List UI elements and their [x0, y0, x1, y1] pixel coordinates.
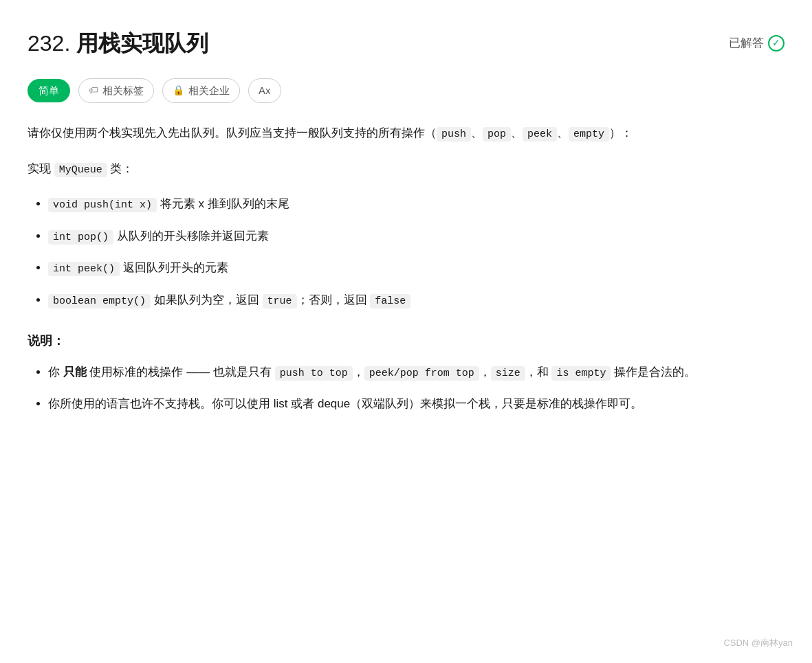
description-paragraph: 请你仅使用两个栈实现先入先出队列。队列应当支持一般队列支持的所有操作（push、…: [28, 122, 784, 144]
related-tags-button[interactable]: 🏷 相关标签: [78, 78, 154, 103]
pop-code: pop: [483, 127, 511, 142]
push-code: push: [437, 127, 471, 142]
watermark: CSDN @南林yan: [723, 636, 793, 651]
method-peek-desc: 返回队列开头的元素: [123, 261, 228, 274]
tag-icon: 🏷: [89, 82, 98, 99]
list-item: int peek() 返回队列开头的元素: [48, 257, 784, 280]
code-push-to-top: push to top: [275, 366, 353, 381]
note-list: 你 只能 使用标准的栈操作 —— 也就是只有 push to top，peek/…: [28, 361, 784, 416]
note-bold: 只能: [63, 366, 87, 379]
solved-label: 已解答: [729, 34, 764, 54]
related-company-button[interactable]: 🔒 相关企业: [162, 78, 240, 103]
code-is-empty: is empty: [551, 366, 611, 381]
methods-list: void push(int x) 将元素 x 推到队列的末尾 int pop()…: [28, 193, 784, 311]
code-size: size: [491, 366, 525, 381]
code-true: true: [263, 294, 297, 308]
problem-number: 232.: [28, 31, 70, 56]
sep2: 、: [511, 126, 523, 139]
sep1: 、: [471, 126, 483, 139]
line1-end: ）：: [609, 126, 633, 139]
related-company-label: 相关企业: [188, 82, 230, 100]
code-false: false: [370, 294, 410, 308]
note-suffix: ，和: [525, 366, 552, 379]
solved-badge: 已解答 ✓: [729, 34, 784, 54]
method-empty-desc-before: 如果队列为空，返回: [154, 293, 263, 306]
note-bullet2: 你所使用的语言也许不支持栈。你可以使用 list 或者 deque（双端队列）来…: [48, 397, 642, 410]
list-item: int pop() 从队列的开头移除并返回元素: [48, 225, 784, 248]
sep3: 、: [557, 126, 569, 139]
method-empty-mid: ；否则，返回: [297, 293, 371, 306]
peek-code: peek: [523, 127, 557, 142]
lock-icon: 🔒: [173, 82, 184, 99]
note-end: 操作是合法的。: [611, 366, 696, 379]
note-prefix: 你: [48, 366, 63, 379]
method-push-code: void push(int x): [48, 198, 157, 212]
list-item: 你所使用的语言也许不支持栈。你可以使用 list 或者 deque（双端队列）来…: [48, 393, 784, 415]
method-pop-code: int pop(): [48, 230, 113, 245]
problem-title: 用栈实现队列: [76, 31, 208, 56]
tags-row: 简单 🏷 相关标签 🔒 相关企业 Ax: [28, 78, 784, 103]
note-title: 说明：: [28, 330, 784, 352]
font-button[interactable]: Ax: [248, 78, 281, 103]
header: 232. 用栈实现队列 已解答 ✓: [28, 25, 784, 62]
comma2: ，: [479, 366, 491, 379]
list-item: boolean empty() 如果队列为空，返回 true；否则，返回 fal…: [48, 289, 784, 312]
myqueue-code: MyQueue: [54, 163, 107, 177]
list-item: 你 只能 使用标准的栈操作 —— 也就是只有 push to top，peek/…: [48, 361, 784, 384]
myqueue-intro: 实现 MyQueue 类：: [28, 158, 784, 180]
difficulty-tag[interactable]: 简单: [28, 79, 70, 102]
method-push-desc: 将元素 x 推到队列的末尾: [160, 197, 289, 210]
font-icon: Ax: [259, 82, 271, 100]
related-tags-label: 相关标签: [102, 82, 144, 100]
check-icon: ✓: [768, 35, 784, 52]
method-empty-code: boolean empty(): [48, 294, 151, 308]
code-peek-pop: peek/pop from top: [364, 366, 479, 381]
page-title: 232. 用栈实现队列: [28, 25, 208, 62]
desc-line1-text: 请你仅使用两个栈实现先入先出队列。队列应当支持一般队列支持的所有操作（: [28, 126, 437, 139]
method-peek-code: int peek(): [48, 262, 120, 276]
myqueue-text: 实现: [28, 162, 54, 175]
myqueue-end: 类：: [107, 162, 134, 175]
comma1: ，: [353, 366, 364, 379]
note-middle: 使用标准的栈操作 —— 也就是只有: [87, 366, 275, 379]
method-pop-desc: 从队列的开头移除并返回元素: [117, 229, 269, 243]
list-item: void push(int x) 将元素 x 推到队列的末尾: [48, 193, 784, 216]
empty-code: empty: [569, 127, 609, 142]
